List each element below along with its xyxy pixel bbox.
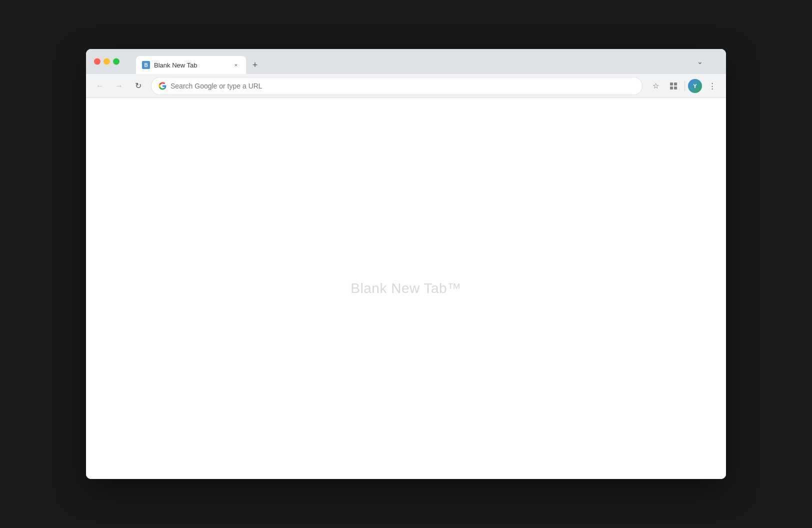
address-input[interactable] [170,82,635,90]
extensions-button[interactable] [666,78,682,94]
refresh-button[interactable]: ↻ [130,78,146,94]
forward-button[interactable]: → [111,78,127,94]
tab-list-chevron-button[interactable]: ⌄ [697,58,703,66]
address-bar-container [151,77,642,95]
svg-rect-4 [670,86,673,90]
svg-rect-5 [674,86,677,90]
page-content: Blank New Tab™ [86,98,726,479]
maximize-window-button[interactable] [113,58,120,65]
svg-rect-3 [674,82,677,86]
new-tab-button[interactable]: + [248,58,262,72]
minimize-window-button[interactable] [104,58,110,65]
svg-text:B: B [144,62,148,68]
menu-button[interactable]: ⋮ [704,78,720,94]
google-logo-icon [158,82,166,90]
extensions-icon [670,82,678,90]
tab-close-button[interactable]: × [232,61,240,69]
profile-button[interactable]: Y [688,79,702,93]
toolbar-divider [684,81,685,91]
browser-window: B Blank New Tab × + ⌄ ← → ↻ ☆ [86,49,726,479]
close-window-button[interactable] [94,58,100,65]
window-controls [94,58,120,65]
toolbar-actions: ☆ Y ⋮ [648,78,720,94]
tab-title: Blank New Tab [154,62,228,69]
tab-favicon-icon: B [142,61,150,69]
bookmark-button[interactable]: ☆ [648,78,664,94]
title-bar: B Blank New Tab × + ⌄ [86,49,726,74]
page-watermark: Blank New Tab™ [350,280,461,296]
back-button[interactable]: ← [92,78,108,94]
active-tab[interactable]: B Blank New Tab × [136,56,246,74]
toolbar: ← → ↻ ☆ Y [86,74,726,98]
tab-bar: B Blank New Tab × + [136,49,262,74]
svg-rect-2 [670,82,673,86]
